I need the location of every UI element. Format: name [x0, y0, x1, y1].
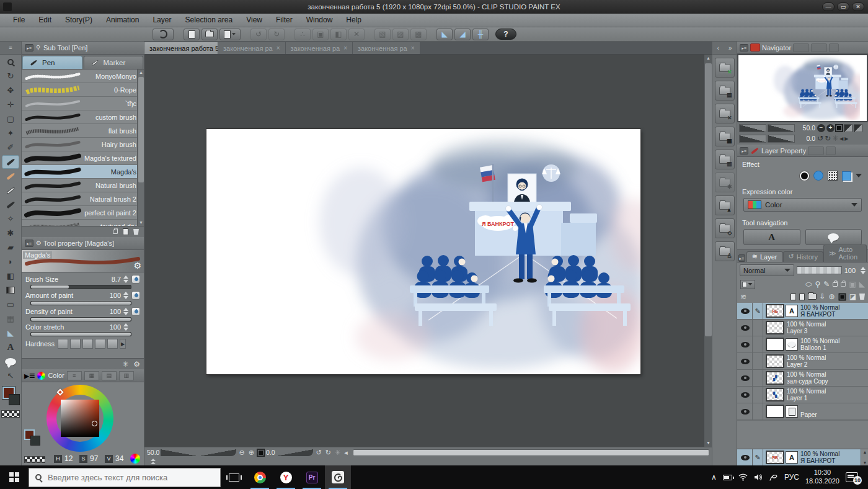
- eyedropper-tool[interactable]: ✐: [2, 141, 19, 155]
- move-tool[interactable]: ✥: [2, 84, 19, 97]
- lock-icon[interactable]: [113, 230, 118, 234]
- scroll-up-icon[interactable]: ▲: [704, 55, 712, 62]
- create-mask-icon[interactable]: [838, 293, 846, 300]
- zoom-tool[interactable]: [2, 55, 19, 69]
- layer-color-effect-icon[interactable]: [842, 171, 851, 181]
- brush-item[interactable]: Hairy brush: [22, 138, 144, 151]
- tool-palette-header[interactable]: ≡: [0, 42, 21, 55]
- brush-item[interactable]: textured dry: [22, 220, 144, 226]
- minimize-button[interactable]: —: [822, 2, 835, 11]
- rotate-cw-icon[interactable]: ↻: [825, 134, 831, 143]
- decoration-tool[interactable]: ✱: [2, 227, 19, 240]
- doc-tab[interactable]: законченная ра×: [286, 42, 353, 54]
- canvas-artwork[interactable]: [206, 129, 640, 374]
- dynamics-icon[interactable]: [131, 275, 140, 284]
- menu-selection-area[interactable]: Selection area: [178, 14, 239, 27]
- stepper-icon[interactable]: [123, 276, 128, 283]
- snap-to-ruler-button[interactable]: ◣: [436, 29, 453, 40]
- tray-chevron-icon[interactable]: ∧: [711, 473, 717, 482]
- hardness-level-2[interactable]: [70, 339, 81, 349]
- animation-tab-icon[interactable]: [808, 146, 824, 155]
- brush-item[interactable]: perfect oil paint 2: [22, 206, 144, 220]
- expand-up-icon[interactable]: [149, 459, 157, 465]
- menu-story[interactable]: Story(P): [58, 14, 99, 27]
- figure-tool[interactable]: ▭: [2, 298, 19, 312]
- frame-border-tool[interactable]: ▦: [2, 312, 19, 326]
- rotate-canvas-tool[interactable]: ↻: [2, 70, 19, 83]
- tab-layer[interactable]: ≋Layer: [746, 251, 783, 262]
- tab-history[interactable]: ↺History: [783, 251, 823, 262]
- layer-thumbnail[interactable]: [766, 321, 784, 334]
- visibility-eye-icon[interactable]: [741, 392, 750, 398]
- subview-tab-icon[interactable]: [793, 43, 809, 52]
- lock-layer-icon[interactable]: [833, 282, 838, 287]
- fit-icon[interactable]: [835, 124, 843, 132]
- help-button[interactable]: ?: [495, 29, 516, 40]
- wifi-icon[interactable]: [738, 473, 748, 481]
- layer-thumbnail[interactable]: [766, 338, 784, 351]
- action-center-icon[interactable]: 10: [846, 472, 858, 482]
- clip-to-layer-icon[interactable]: ⬭: [805, 280, 812, 288]
- doc-tab-active[interactable]: законченная работа 5×: [144, 42, 218, 54]
- hardness-more-icon[interactable]: ▶: [120, 339, 126, 349]
- item-bank-tab-icon[interactable]: [811, 43, 827, 52]
- canvas-horizontal-scrollbar[interactable]: [353, 449, 709, 456]
- stepper-icon[interactable]: [123, 323, 128, 331]
- delete-layer-icon[interactable]: [859, 294, 865, 300]
- pen-settings-icon[interactable]: [769, 473, 778, 482]
- layer-row-bankrot[interactable]: ✎ ЯБ A 100 % NormalЯ БАНКРОТ: [737, 303, 868, 320]
- transparent-color-swatch[interactable]: [1, 410, 20, 418]
- zoom-out-icon[interactable]: −: [817, 124, 825, 132]
- brush-item[interactable]: custom brush: [22, 110, 144, 124]
- reset-rotation-icon[interactable]: ✳: [334, 449, 342, 457]
- zoom-in-icon[interactable]: +: [826, 124, 835, 132]
- hardness-level-5[interactable]: [107, 339, 118, 349]
- layer-thumbnail[interactable]: [766, 405, 784, 418]
- panel-menu-icon[interactable]: ▸≡: [740, 147, 748, 155]
- selection-border-button[interactable]: ▩: [410, 29, 427, 40]
- stepper-icon[interactable]: [123, 308, 128, 315]
- scale-selection-button[interactable]: ✕: [348, 29, 365, 40]
- new-layer-icon[interactable]: [790, 294, 796, 300]
- material-image-material-folder[interactable]: ▲: [715, 195, 735, 215]
- panel-menu-icon[interactable]: ▸≡: [25, 44, 33, 52]
- tab-close-icon[interactable]: ×: [277, 45, 280, 52]
- selected-layer-row[interactable]: ✎ ЯБ A 100 % NormalЯ БАНКРОТ ▲▼: [737, 449, 868, 465]
- rotate-slider-cell[interactable]: [739, 135, 766, 143]
- reset-icon[interactable]: ✳: [832, 134, 838, 143]
- doc-tab[interactable]: законченная ра×: [353, 42, 420, 54]
- enable-mask-icon[interactable]: ▣: [849, 280, 856, 288]
- menu-file[interactable]: File: [6, 14, 32, 27]
- rotate-cw-icon[interactable]: ↻: [324, 449, 332, 457]
- redo-button[interactable]: ↻: [268, 29, 285, 40]
- brush-item[interactable]: 0-Rope: [22, 83, 144, 97]
- operation-tool[interactable]: ✛: [2, 98, 19, 112]
- clip-studio-taskbar-button[interactable]: [325, 465, 351, 489]
- brush-size-slider[interactable]: [30, 285, 131, 289]
- sub-color-swatch[interactable]: [9, 394, 20, 405]
- snap-to-grid-button[interactable]: ╫: [472, 29, 489, 40]
- yandex-taskbar-button[interactable]: Y: [273, 465, 299, 489]
- menu-window[interactable]: Window: [299, 14, 340, 27]
- material-effect-folder[interactable]: ✱: [715, 173, 735, 192]
- layer-row[interactable]: ▚ 100 % NormalLayer 1: [737, 387, 868, 403]
- volume-icon[interactable]: [754, 473, 763, 481]
- expression-color-dropdown[interactable]: Color: [743, 198, 862, 212]
- rotate-ccw-icon[interactable]: ↺: [817, 134, 823, 143]
- next-icon[interactable]: ▸: [844, 134, 848, 143]
- approx-color-tab-icon[interactable]: ▥: [119, 371, 134, 380]
- brush-item[interactable]: Natural brush: [22, 179, 144, 192]
- draft-pencil-icon[interactable]: ✎: [823, 280, 830, 288]
- zoom-slider-cell2[interactable]: [768, 124, 795, 132]
- menu-filter[interactable]: Filter: [269, 14, 299, 27]
- visibility-eye-icon[interactable]: [741, 342, 750, 348]
- menu-view[interactable]: View: [239, 14, 269, 27]
- visibility-eye-icon[interactable]: [741, 455, 750, 460]
- tool-tab-icon[interactable]: [826, 146, 836, 155]
- layer-property-title[interactable]: Layer Property: [761, 147, 806, 155]
- pencil-tool[interactable]: [2, 169, 19, 183]
- reset-settings-icon[interactable]: ✳: [122, 360, 128, 369]
- flip-vertical-icon[interactable]: [854, 124, 862, 132]
- airbrush-tool[interactable]: ✧: [2, 212, 19, 226]
- layer-row-paper[interactable]: Paper: [737, 403, 868, 420]
